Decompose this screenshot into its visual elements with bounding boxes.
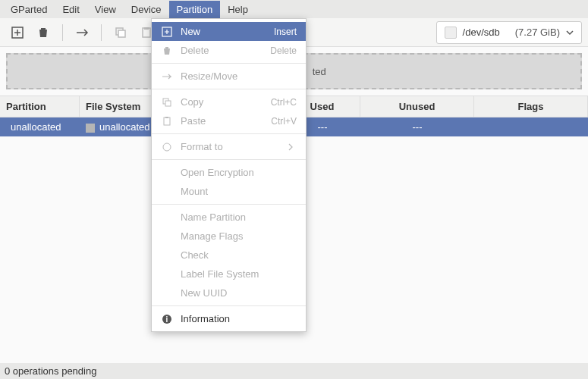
menu-label: Label File System [181, 268, 297, 280]
fs-swatch [86, 124, 95, 133]
menu-accel: Delete [270, 45, 297, 56]
menu-gparted[interactable]: GParted [3, 1, 55, 18]
menu-label: Delete [181, 45, 263, 56]
menu-separator [152, 63, 306, 64]
menu-view[interactable]: View [87, 1, 124, 18]
menu-item-information[interactable]: i Information [152, 309, 306, 328]
svg-rect-4 [144, 27, 149, 30]
status-text: 0 operations pending [5, 365, 96, 377]
menu-item-format: Format to [152, 137, 306, 156]
menu-separator [152, 133, 306, 134]
menu-item-new[interactable]: New Insert [152, 22, 306, 41]
trash-icon [161, 45, 173, 56]
toolbar-separator [62, 24, 63, 41]
menu-label: New [181, 26, 266, 37]
cell-unused: --- [360, 117, 474, 136]
menu-item-paste: Paste Ctrl+V [152, 111, 306, 130]
menu-label: Resize/Move [181, 70, 297, 82]
menu-label: Information [181, 313, 297, 324]
disk-icon [445, 27, 457, 39]
device-selector[interactable]: /dev/sdb (7.27 GiB) [436, 21, 582, 44]
status-bar: 0 operations pending [0, 363, 588, 379]
menu-device[interactable]: Device [124, 1, 169, 18]
col-partition[interactable]: Partition [0, 96, 80, 117]
menu-partition[interactable]: Partition [169, 1, 221, 18]
menu-help[interactable]: Help [220, 1, 256, 18]
menu-item-label-fs: Label File System [152, 265, 306, 283]
resize-icon [161, 71, 173, 82]
menu-item-check: Check [152, 246, 306, 265]
menu-label: Format to [181, 141, 277, 152]
svg-rect-2 [118, 30, 125, 37]
menu-item-mount: Mount [152, 182, 306, 201]
menu-label: Open Encryption [181, 167, 297, 178]
svg-rect-9 [165, 117, 168, 118]
svg-text:i: i [166, 315, 168, 324]
menu-accel: Ctrl+V [271, 116, 297, 127]
chevron-down-icon [566, 29, 574, 36]
menu-item-manage-flags: Manage Flags [152, 227, 306, 246]
menu-label: Mount [181, 186, 297, 197]
svg-point-10 [163, 143, 171, 151]
format-icon [161, 142, 173, 152]
menu-accel: Insert [274, 27, 297, 37]
cell-partition: unallocated [6, 121, 61, 133]
copy-button [109, 21, 132, 44]
device-size: (7.27 GiB) [515, 27, 560, 38]
menu-item-open-encryption: Open Encryption [152, 163, 306, 182]
menu-item-delete: Delete Delete [152, 41, 306, 60]
resize-move-button[interactable] [71, 21, 93, 44]
menu-separator [152, 89, 306, 89]
menu-separator [152, 305, 306, 306]
menu-label: Paste [181, 115, 263, 127]
menu-label: Check [181, 249, 297, 261]
menu-label: Copy [181, 96, 263, 108]
paste-icon [161, 116, 173, 127]
cell-flags [474, 117, 588, 136]
menu-label: Manage Flags [181, 230, 297, 242]
menu-item-resize: Resize/Move [152, 67, 306, 86]
svg-rect-7 [165, 101, 171, 106]
svg-rect-8 [164, 117, 170, 125]
menu-item-new-uuid: New UUID [152, 283, 306, 302]
col-unused[interactable]: Unused [360, 96, 474, 117]
menu-item-copy: Copy Ctrl+C [152, 92, 306, 111]
menu-accel: Ctrl+C [271, 97, 297, 108]
menu-label: Name Partition [181, 211, 297, 223]
partition-menu-dropdown: New Insert Delete Delete Resize/Move Cop… [151, 18, 307, 332]
menu-edit[interactable]: Edit [55, 1, 86, 18]
info-icon: i [161, 314, 173, 324]
device-path: /dev/sdb [463, 27, 500, 38]
chevron-right-icon [285, 143, 297, 151]
cell-fs: unallocated [99, 121, 150, 133]
col-flags[interactable]: Flags [474, 96, 588, 117]
menu-separator [152, 204, 306, 205]
new-icon [161, 27, 173, 37]
menu-label: New UUID [181, 287, 297, 299]
menu-item-name-partition: Name Partition [152, 208, 306, 227]
delete-partition-button[interactable] [32, 21, 55, 44]
menubar: GParted Edit View Device Partition Help [0, 0, 588, 18]
toolbar-separator [101, 24, 102, 41]
menu-separator [152, 159, 306, 160]
copy-icon [161, 97, 173, 108]
new-partition-button[interactable] [6, 21, 29, 44]
